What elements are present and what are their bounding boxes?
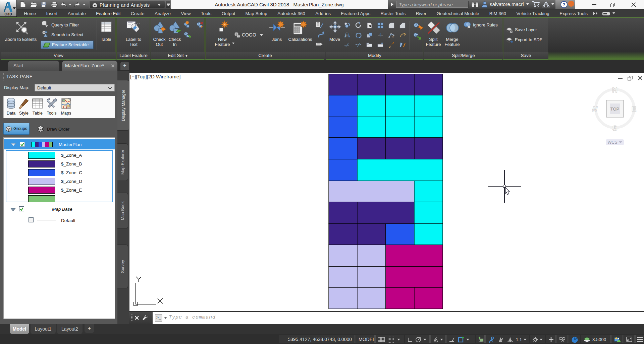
svg-text:E: E xyxy=(632,105,637,113)
svg-text:S: S xyxy=(612,124,618,132)
svg-text:?: ? xyxy=(563,2,566,7)
svg-text:WCS: WCS xyxy=(607,140,617,145)
svg-text:n: n xyxy=(392,35,393,38)
svg-text:N: N xyxy=(612,86,618,94)
svg-text:TOP: TOP xyxy=(610,107,620,112)
svg-text:W: W xyxy=(592,105,598,113)
